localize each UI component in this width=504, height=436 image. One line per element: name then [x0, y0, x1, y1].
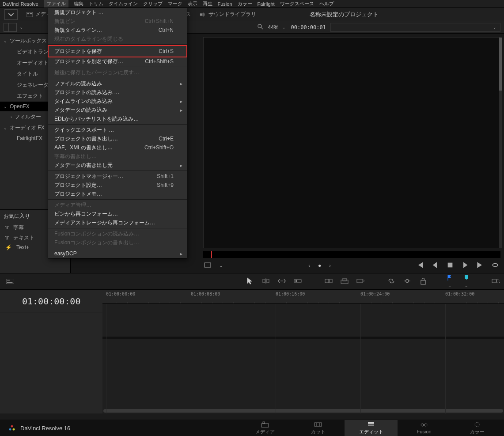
- page-tab-カット[interactable]: カット: [292, 420, 345, 436]
- menu-shortcut: Ctrl+S: [159, 48, 174, 54]
- app-brand-label: DaVinci Resolve 16: [20, 425, 70, 432]
- favorite-label: Text+: [16, 244, 29, 250]
- chevron-right-icon: [180, 81, 182, 86]
- bolt-icon: ⚡: [5, 244, 12, 250]
- panel-layout-button[interactable]: [4, 23, 17, 32]
- timeline-tracks[interactable]: [102, 304, 504, 413]
- svg-rect-3: [200, 13, 202, 15]
- resolve-logo-icon: [8, 424, 16, 432]
- timeline-track-headers: 01:00:00:00: [0, 290, 102, 413]
- menu-item-label: タイムラインの読み込み: [54, 98, 113, 105]
- menu-playback[interactable]: 再生: [203, 0, 212, 7]
- playhead-icon[interactable]: [211, 251, 212, 258]
- viewer-timecode[interactable]: 00:00:00:01: [291, 24, 326, 30]
- menu-item[interactable]: メディアストレージから再コンフォーム…: [48, 218, 187, 227]
- viewer-canvas[interactable]: [203, 37, 500, 248]
- menu-item[interactable]: プロジェクト設定…Shift+9: [48, 181, 187, 190]
- zoom-control[interactable]: 44% ⌄: [268, 24, 285, 30]
- track-header-area[interactable]: [0, 312, 102, 413]
- sound-library-label: サウンドライブラリ: [208, 11, 256, 18]
- trim-tool-icon[interactable]: [278, 277, 286, 286]
- menu-item[interactable]: プロジェクトマネージャー…Shift+1: [48, 172, 187, 181]
- page-icon: [473, 421, 481, 428]
- horizontal-scrollbar[interactable]: [103, 409, 503, 413]
- panel-caret-icon[interactable]: ⌄: [19, 25, 23, 30]
- menu-item[interactable]: ビンから再コンフォーム…: [48, 209, 187, 218]
- sound-library-toggle[interactable]: サウンドライブラリ: [200, 11, 256, 18]
- timeline-selector[interactable]: ⌄: [330, 23, 500, 32]
- menu-item[interactable]: プロジェクトメモ…: [48, 190, 187, 198]
- menu-mark[interactable]: マーク: [168, 0, 182, 7]
- menu-item[interactable]: メタデータの読み込み: [48, 106, 187, 114]
- svg-line-5: [261, 27, 263, 29]
- menu-item[interactable]: EDLからバッチリストを読み込み…: [48, 114, 187, 123]
- overwrite-icon[interactable]: [341, 277, 349, 286]
- menu-view[interactable]: 表示: [188, 0, 197, 7]
- unlink-icon[interactable]: [387, 277, 395, 286]
- stop-button[interactable]: [447, 262, 454, 270]
- menu-item[interactable]: プロジェクトの読み込み …: [48, 88, 187, 97]
- scrollbar-thumb[interactable]: [499, 38, 502, 91]
- caret-down-button[interactable]: [4, 9, 18, 20]
- loop-button[interactable]: [492, 262, 499, 270]
- menu-item[interactable]: タイムラインの読み込み: [48, 97, 187, 106]
- page-tab-Fusion[interactable]: Fusion: [398, 420, 451, 436]
- menu-item[interactable]: 新規タイムライン…Ctrl+N: [48, 26, 187, 34]
- chevron-down-icon: ⌄: [493, 25, 496, 30]
- svg-rect-11: [9, 280, 10, 281]
- menu-item-label: プロジェクトマネージャー…: [54, 173, 123, 180]
- marker-cyan-icon[interactable]: ⌄: [463, 275, 472, 288]
- timeline-ruler[interactable]: 01:00:00:0001:00:08:0001:00:16:0001:00:2…: [102, 290, 504, 304]
- menu-item[interactable]: クイックエクスポート …: [48, 125, 187, 134]
- play-button[interactable]: [462, 262, 469, 270]
- menu-item[interactable]: メタデータの書き出し元: [48, 161, 187, 170]
- menu-fusion[interactable]: Fusion: [218, 1, 232, 7]
- link-icon[interactable]: [403, 277, 411, 286]
- page-tab-カラー[interactable]: カラー: [451, 420, 504, 436]
- app-menu[interactable]: DaVinci Resolve: [3, 1, 38, 7]
- menu-color[interactable]: カラー: [238, 0, 252, 7]
- go-start-button[interactable]: [417, 262, 424, 270]
- keyboard-icon[interactable]: [4, 277, 16, 286]
- menu-clip[interactable]: クリップ: [143, 0, 163, 7]
- menu-item[interactable]: AAF、XMLの書き出し…Ctrl+Shift+O: [48, 143, 187, 152]
- menu-timeline[interactable]: タイムライン: [109, 0, 138, 7]
- menu-workspace[interactable]: ワークスペース: [280, 0, 314, 7]
- chevron-down-icon[interactable]: ⌄: [219, 263, 223, 268]
- search-icon[interactable]: [257, 23, 263, 31]
- replace-icon[interactable]: [356, 277, 364, 286]
- step-back-button[interactable]: [432, 262, 439, 270]
- blade-tool-icon[interactable]: [262, 277, 270, 286]
- menu-item[interactable]: easyDCP: [48, 249, 187, 258]
- menu-item-label: メタデータの読み込み: [54, 106, 107, 114]
- menu-item[interactable]: ファイルの読み込み: [48, 79, 187, 88]
- menu-item-label: プロジェクト設定…: [54, 182, 102, 189]
- menu-item: 現在のタイムラインを閉じる: [48, 34, 187, 43]
- timeline-timecode[interactable]: 01:00:00:00: [0, 290, 102, 312]
- flag-blue-icon[interactable]: ⌄: [447, 275, 455, 288]
- prev-edit-icon[interactable]: ‹: [308, 263, 310, 268]
- menu-trim[interactable]: トリム: [89, 0, 103, 7]
- insert-tool-icon[interactable]: [294, 277, 302, 286]
- next-edit-icon[interactable]: ›: [329, 263, 331, 268]
- page-tab-エディット[interactable]: エディット: [345, 420, 398, 436]
- append-icon[interactable]: [325, 277, 333, 286]
- menu-edit[interactable]: 編集: [74, 0, 83, 7]
- go-end-button[interactable]: [477, 262, 484, 270]
- menu-item[interactable]: 新規プロジェクト …: [48, 8, 187, 17]
- arrow-tool-icon[interactable]: [246, 277, 254, 286]
- chevron-right-icon: [180, 163, 182, 168]
- page-label: メディア: [255, 428, 275, 435]
- menu-item-label: プロジェクトメモ…: [54, 190, 102, 198]
- menu-item[interactable]: プロジェクトの書き出し…Ctrl+E: [48, 134, 187, 143]
- lock-icon[interactable]: [419, 277, 427, 286]
- page-tab-メディア[interactable]: メディア: [239, 420, 292, 436]
- scrub-bar[interactable]: [203, 251, 500, 258]
- search-timeline-icon[interactable]: [492, 277, 500, 286]
- menu-file[interactable]: ファイル: [44, 0, 68, 8]
- menu-fairlight[interactable]: Fairlight: [258, 1, 275, 7]
- menu-item[interactable]: プロジェクトを別名で保存…Ctrl+Shift+S: [48, 57, 187, 66]
- menu-item[interactable]: プロジェクトを保存Ctrl+S: [48, 45, 187, 57]
- frame-guide-icon[interactable]: [204, 262, 211, 270]
- menu-help[interactable]: ヘルプ: [319, 0, 334, 7]
